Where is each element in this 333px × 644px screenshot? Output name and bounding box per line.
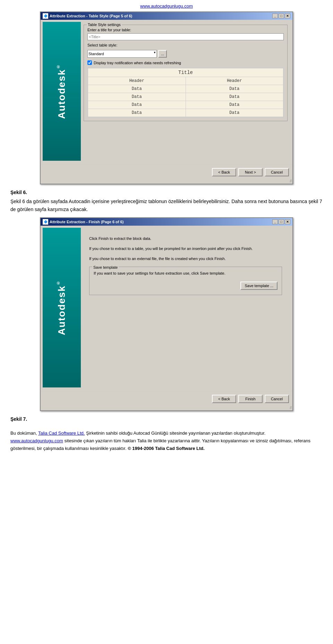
checkbox-row: Display tray notification when data need… bbox=[87, 60, 284, 65]
preview-data-row-3: Data Data bbox=[88, 101, 283, 109]
table-style-group-title: Table Style settings bbox=[87, 23, 122, 27]
preview-data-row-2: Data Data bbox=[88, 93, 283, 101]
dialog1-titlebar-left: 🔷 Attribute Extraction - Table Style (Pa… bbox=[43, 13, 132, 19]
dialog1-titlebar-buttons[interactable]: _ □ ✕ bbox=[272, 14, 290, 18]
dialog2-app-icon: 🔷 bbox=[43, 219, 48, 225]
dialog1-title: Attribute Extraction - Table Style (Page… bbox=[50, 14, 132, 18]
dialog2-titlebar-buttons[interactable]: _ □ ✕ bbox=[272, 219, 290, 224]
dialog1-app-icon: 🔷 bbox=[43, 13, 48, 19]
close-button[interactable]: ✕ bbox=[285, 14, 290, 18]
autodesk-sidebar-1: Autodesk® bbox=[43, 22, 81, 161]
table-style-group: Table Style settings Enter a title for y… bbox=[84, 25, 288, 121]
section7-heading: Şekil 7. bbox=[10, 415, 323, 423]
preview-data-4-1: Data bbox=[88, 109, 186, 117]
save-template-desc: If you want to save your settings for fu… bbox=[94, 270, 278, 277]
minimize-button[interactable]: _ bbox=[272, 14, 278, 18]
save-template-button[interactable]: Save template ... bbox=[240, 282, 278, 290]
finish-para-1: Click Finish to extract the block data. bbox=[89, 235, 282, 242]
footer-site-link[interactable]: www.autocadgunlugu.com bbox=[10, 438, 63, 443]
preview-data-4-2: Data bbox=[186, 109, 283, 117]
ellipsis-button[interactable]: ... bbox=[158, 50, 167, 58]
preview-data-row-4: Data Data bbox=[88, 109, 283, 117]
preview-data-2-2: Data bbox=[186, 93, 283, 101]
finish-para-3: If you chose to extract to an external f… bbox=[89, 256, 282, 262]
tray-notification-checkbox[interactable] bbox=[87, 60, 92, 65]
select-style-label: Select table style: bbox=[87, 43, 284, 47]
style-select[interactable]: Standard bbox=[87, 50, 157, 58]
dialog1-titlebar: 🔷 Attribute Extraction - Table Style (Pa… bbox=[41, 12, 292, 20]
close-button-2[interactable]: ✕ bbox=[285, 219, 290, 224]
preview-data-1-1: Data bbox=[88, 85, 186, 93]
next-button[interactable]: Next > bbox=[238, 168, 263, 176]
dialog1-divider bbox=[41, 164, 292, 165]
preview-data-3-2: Data bbox=[186, 101, 283, 109]
section6-text: Şekil 6. Şekil 6 da görülen sayfada Auto… bbox=[0, 184, 333, 217]
back-button-2[interactable]: < Back bbox=[212, 395, 236, 403]
dialog1-buttons: < Back Next > Cancel bbox=[41, 166, 292, 179]
select-style-row: Standard ... bbox=[87, 50, 284, 58]
dialog2-buttons: < Back Finish Cancel bbox=[41, 393, 292, 406]
maximize-button-2[interactable]: □ bbox=[279, 219, 284, 224]
footer: Bu doküman, Talia Cad Software Ltd. Şirk… bbox=[0, 426, 333, 459]
company-link[interactable]: Talia Cad Software Ltd. bbox=[38, 430, 85, 436]
preview-header-1: Header bbox=[88, 77, 186, 85]
preview-header-2: Header bbox=[186, 77, 283, 85]
cancel-button-2[interactable]: Cancel bbox=[265, 395, 289, 403]
checkbox-label: Display tray notification when data need… bbox=[94, 61, 181, 65]
footer-line2: www.autocadgunlugu.com sitesinde çıkan y… bbox=[10, 437, 323, 452]
finish-para-2: If you chose to extract to a table, you … bbox=[89, 245, 282, 252]
resize-grip-2: // bbox=[41, 406, 292, 410]
footer-copyright: © 1994-2006 Talia Cad Software Ltd. bbox=[128, 446, 205, 451]
preview-data-3-1: Data bbox=[88, 101, 186, 109]
table-title-input[interactable] bbox=[87, 33, 284, 40]
back-button-1[interactable]: < Back bbox=[212, 168, 236, 176]
save-template-btn-row: Save template ... bbox=[94, 282, 278, 290]
section6-heading: Şekil 6. bbox=[10, 189, 323, 196]
footer-text1: Bu doküman, bbox=[10, 430, 38, 436]
top-link-bar: www.autocadgunlugu.com bbox=[0, 0, 333, 11]
dialog2-titlebar-left: 🔷 Attribute Extraction - Finish (Page 6 … bbox=[43, 219, 123, 225]
save-template-group-title: Save template bbox=[92, 264, 119, 271]
autodesk-sidebar-2: Autodesk® bbox=[43, 228, 81, 387]
footer-text2: Şirketinin sahibi olduğu Autocad Günlüğü… bbox=[85, 430, 265, 436]
maximize-button[interactable]: □ bbox=[279, 14, 284, 18]
dialog1-content: Autodesk® Table Style settings Enter a t… bbox=[41, 20, 292, 163]
resize-grip-1: // bbox=[41, 179, 292, 184]
finish-button[interactable]: Finish bbox=[238, 395, 263, 403]
preview-title-cell: Title bbox=[88, 68, 283, 77]
preview-header-row: Header Header bbox=[88, 77, 283, 85]
finish-content: Click Finish to extract the block data. … bbox=[84, 231, 288, 303]
minimize-button-2[interactable]: _ bbox=[272, 219, 278, 224]
save-template-group: Save template If you want to save your s… bbox=[89, 267, 282, 295]
section6-paragraph: Şekil 6 da görülen sayfada Autocadin içe… bbox=[10, 198, 323, 213]
site-url-link[interactable]: www.autocadgunlugu.com bbox=[140, 3, 193, 9]
dialog2-divider bbox=[41, 391, 292, 391]
style-select-wrapper[interactable]: Standard bbox=[87, 50, 157, 58]
preview-data-row-1: Data Data bbox=[88, 85, 283, 93]
section7-text: Şekil 7. bbox=[0, 411, 333, 426]
preview-data-1-2: Data bbox=[186, 85, 283, 93]
dialog2-main: Click Finish to extract the block data. … bbox=[81, 228, 290, 387]
dialog2-window: 🔷 Attribute Extraction - Finish (Page 6 … bbox=[40, 217, 293, 411]
dialog2-titlebar: 🔷 Attribute Extraction - Finish (Page 6 … bbox=[41, 218, 292, 226]
preview-data-2-1: Data bbox=[88, 93, 186, 101]
dialog2-content: Autodesk® Click Finish to extract the bl… bbox=[41, 226, 292, 390]
autodesk-brand-1: Autodesk® bbox=[56, 64, 67, 119]
enter-title-label: Enter a title for your table: bbox=[87, 28, 284, 32]
autodesk-brand-2: Autodesk® bbox=[56, 280, 67, 335]
dialog2-title: Attribute Extraction - Finish (Page 6 of… bbox=[50, 220, 123, 224]
dialog1-window: 🔷 Attribute Extraction - Table Style (Pa… bbox=[40, 11, 293, 184]
cancel-button-1[interactable]: Cancel bbox=[265, 168, 289, 176]
dialog1-main: Table Style settings Enter a title for y… bbox=[81, 22, 290, 161]
table-preview: Title Header Header Data Data bbox=[87, 68, 284, 117]
footer-line1: Bu doküman, Talia Cad Software Ltd. Şirk… bbox=[10, 429, 323, 437]
